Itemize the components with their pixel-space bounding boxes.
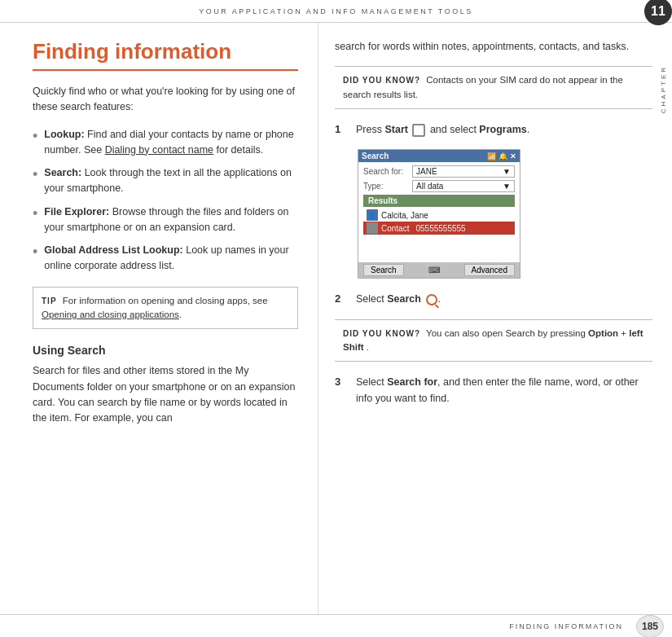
- bullet-content: Search: Look through the text in all the…: [44, 165, 298, 196]
- bullet-term: Global Address List Lookup:: [44, 244, 182, 256]
- result-value-1: 05555555555: [415, 224, 465, 233]
- page-footer: FINDING INFORMATION 185: [0, 614, 672, 637]
- header-title: YOUR APPLICATION AND INFO MANAGEMENT TOO…: [199, 7, 472, 15]
- result-row-1: 👤 Calcita, Jane: [363, 209, 515, 222]
- bullet-content: Global Address List Lookup: Look up name…: [44, 243, 298, 274]
- footer-text: FINDING INFORMATION: [509, 622, 623, 630]
- tip-box: TIP For information on opening and closi…: [33, 287, 298, 330]
- section-heading: Using Search: [33, 344, 298, 357]
- bullet-text: Look through the text in all the applica…: [44, 167, 292, 194]
- screenshot-title: Search: [362, 152, 389, 160]
- bullet-dot: •: [33, 164, 37, 186]
- step-bold-searchfor: Search for: [387, 376, 437, 388]
- did-you-know-box-2: DID YOU KNOW? You can also open Search b…: [335, 319, 652, 362]
- start-icon: [412, 124, 425, 137]
- dropdown-arrow-icon-2: ▼: [503, 182, 511, 191]
- step-bold-start: Start: [384, 124, 407, 135]
- page-title: Finding information: [33, 39, 298, 71]
- bullet-list: • Lookup: Find and dial your contacts by…: [33, 127, 298, 274]
- chapter-badge: 11: [644, 0, 672, 25]
- bullet-term: File Explorer:: [44, 206, 109, 217]
- page-header: YOUR APPLICATION AND INFO MANAGEMENT TOO…: [0, 0, 672, 23]
- step-number-1: 1: [335, 123, 351, 135]
- dialing-link[interactable]: Dialing by contact name: [105, 144, 213, 156]
- results-header: Results: [363, 195, 515, 207]
- list-item: • Lookup: Find and dial your contacts by…: [33, 127, 298, 158]
- search-for-label: Search for:: [363, 167, 412, 176]
- did-you-know-bold-1: Option: [588, 328, 618, 338]
- step-text-3: Select Search for, and then enter the fi…: [356, 375, 652, 406]
- bullet-content: Lookup: Find and dial your contacts by n…: [44, 127, 298, 158]
- step-number-3: 3: [335, 376, 351, 388]
- result-type-1: Contact: [381, 224, 409, 233]
- antenna-icon: 📶: [487, 152, 496, 160]
- bullet-dot: •: [33, 203, 37, 225]
- bullet-term: Search:: [44, 167, 81, 178]
- bullet-term: Lookup:: [44, 129, 84, 140]
- bullet-content: File Explorer: Browse through the files …: [44, 204, 298, 235]
- contact-icon: 👤: [368, 212, 376, 219]
- left-column: Finding information Quickly find who or …: [0, 23, 318, 614]
- step-2: 2 Select Search .: [335, 292, 652, 307]
- bullet-dot: •: [33, 125, 37, 147]
- did-you-know-box-1: DID YOU KNOW? Contacts on your SIM card …: [335, 66, 652, 109]
- keyboard-icon: ⌨: [428, 266, 440, 275]
- search-circle-icon: [426, 294, 437, 305]
- tip-link[interactable]: Opening and closing applications: [42, 310, 179, 319]
- result-icon-2: [367, 222, 378, 234]
- step-3: 3 Select Search for, and then enter the …: [335, 375, 652, 406]
- result-row-2: Contact 05555555555: [363, 222, 515, 235]
- result-icon-1: 👤: [367, 209, 378, 221]
- search-for-row: Search for: JANE ▼: [363, 165, 515, 178]
- sound-icon: 🔔: [499, 152, 507, 160]
- step-number-2: 2: [335, 292, 351, 305]
- type-row: Type: All data ▼: [363, 180, 515, 192]
- screenshot-titlebar: Search 📶 🔔 ✕: [358, 150, 520, 162]
- step-text-2: Select Search .: [356, 292, 652, 307]
- screenshot-bottom-bar: Search ⌨ Advanced: [358, 262, 520, 278]
- list-item: • Global Address List Lookup: Look up na…: [33, 243, 298, 274]
- bullet-dot: •: [33, 241, 37, 263]
- step-bold-search: Search: [387, 293, 421, 305]
- search-for-value: JANE: [416, 167, 437, 176]
- type-label: Type:: [363, 182, 412, 191]
- list-item: • Search: Look through the text in all t…: [33, 165, 298, 196]
- bullet-text-2: for details.: [217, 144, 264, 156]
- search-screenshot: Search 📶 🔔 ✕ Search for: JANE ▼ Type:: [358, 149, 520, 279]
- step-bold-programs: Programs: [479, 124, 526, 135]
- screenshot-titlebar-icons: 📶 🔔 ✕: [487, 152, 516, 160]
- screenshot-spacer: [363, 235, 515, 259]
- tip-period: .: [179, 310, 182, 319]
- type-field: All data ▼: [412, 180, 515, 192]
- did-you-know-plus: +: [621, 328, 629, 338]
- tip-label: TIP: [42, 297, 57, 305]
- search-button[interactable]: Search: [363, 264, 404, 276]
- right-intro: search for words within notes, appointme…: [335, 39, 652, 55]
- did-you-know-text-2a: You can also open Search by pressing: [426, 328, 588, 338]
- did-you-know-label-1: DID YOU KNOW?: [343, 76, 420, 85]
- main-content: Finding information Quickly find who or …: [0, 23, 672, 614]
- type-value: All data: [416, 182, 443, 191]
- tip-text: For information on opening and closing a…: [63, 296, 268, 305]
- list-item: • File Explorer: Browse through the file…: [33, 204, 298, 235]
- footer-page-badge: 185: [636, 615, 664, 638]
- right-column: search for words within notes, appointme…: [318, 23, 672, 614]
- step-1: 1 Press Start and select Programs.: [335, 122, 652, 138]
- result-name-1: Calcita, Jane: [381, 211, 428, 220]
- close-x-icon: ✕: [510, 152, 516, 160]
- dropdown-arrow-icon: ▼: [503, 167, 511, 176]
- did-you-know-label-2: DID YOU KNOW?: [343, 329, 420, 338]
- section-body: Search for files and other items stored …: [33, 363, 298, 427]
- did-you-know-period: .: [367, 342, 369, 352]
- screenshot-body: Search for: JANE ▼ Type: All data ▼ Resu…: [358, 162, 520, 262]
- search-for-field: JANE ▼: [412, 165, 515, 178]
- step-text-1: Press Start and select Programs.: [356, 122, 652, 138]
- advanced-button[interactable]: Advanced: [464, 264, 515, 276]
- intro-text: Quickly find who or what you're looking …: [33, 84, 298, 116]
